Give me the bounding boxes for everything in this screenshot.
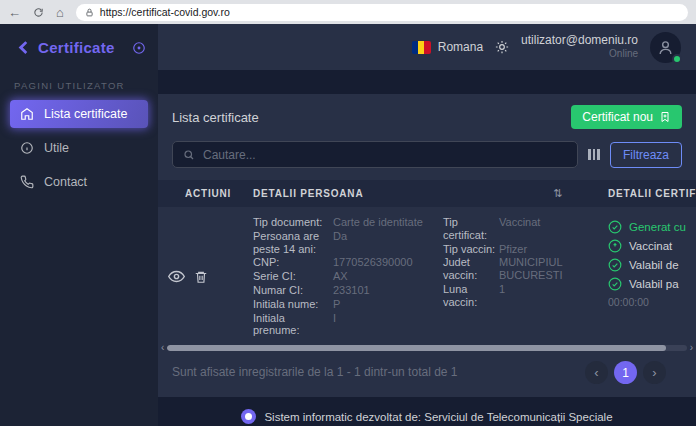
detail-label: Tip document: bbox=[253, 216, 333, 229]
menu-toggle-icon[interactable] bbox=[132, 41, 146, 55]
detail-value: P bbox=[333, 298, 425, 311]
brand[interactable]: Certificate bbox=[0, 24, 158, 66]
brand-logo-icon bbox=[14, 39, 31, 56]
romania-flag-icon bbox=[412, 41, 431, 54]
filter-button[interactable]: Filtreaza bbox=[610, 142, 682, 168]
status-item: Valabil pa bbox=[608, 274, 696, 293]
footer-text: Sistem informatic dezvoltat de: Serviciu… bbox=[264, 411, 612, 423]
screen: ← ⌂ https://certificat-covid.gov.ro Cert… bbox=[0, 0, 696, 426]
detail-label: Serie CI: bbox=[253, 270, 333, 283]
detail-label: Tip vaccin: bbox=[443, 243, 499, 256]
online-status-dot bbox=[672, 54, 682, 64]
page-footer: Sistem informatic dezvoltat de: Serviciu… bbox=[158, 409, 696, 424]
check-circle-icon bbox=[608, 258, 622, 272]
bookmark-plus-icon bbox=[659, 111, 671, 123]
new-certificate-button[interactable]: Certificat nou bbox=[571, 105, 682, 129]
avatar[interactable] bbox=[650, 32, 681, 63]
pagination-page-1[interactable]: 1 bbox=[614, 361, 637, 384]
status-label: Valabil de bbox=[629, 259, 679, 271]
status-item: Valabil de bbox=[608, 255, 696, 274]
detail-label: Numar CI: bbox=[253, 284, 333, 297]
check-circle-icon bbox=[608, 277, 622, 291]
certificat-details: Tip certificat: Vaccinat Tip vaccin: Pfi… bbox=[443, 216, 608, 337]
detail-label: CNP: bbox=[253, 256, 333, 269]
info-icon bbox=[20, 141, 34, 155]
detail-value: Pfizer bbox=[499, 243, 599, 256]
detail-label: Persoana are peste 14 ani: bbox=[253, 230, 333, 256]
detail-label: Tip certificat: bbox=[443, 216, 499, 242]
detail-label: Judet vaccin: bbox=[443, 256, 499, 282]
sidebar-item-label: Lista certificate bbox=[44, 107, 127, 121]
view-icon[interactable] bbox=[168, 268, 185, 285]
detail-value: I bbox=[333, 312, 425, 338]
scrollbar-track[interactable] bbox=[167, 345, 686, 351]
lock-icon bbox=[85, 8, 94, 17]
status-item: Generat cu bbox=[608, 217, 696, 236]
sidebar-section-label: PAGINI UTILIZATOR bbox=[14, 80, 144, 91]
phone-icon bbox=[20, 175, 34, 189]
detail-value: Vaccinat bbox=[499, 216, 599, 242]
header-detalii-persoana: DETALII PERSOANA bbox=[253, 188, 363, 199]
language-label: Romana bbox=[438, 40, 483, 54]
header-actiuni: ACTIUNI bbox=[158, 188, 253, 199]
detail-value: Da bbox=[333, 230, 425, 256]
pagination: ‹ 1 › bbox=[585, 361, 666, 384]
scroll-left-icon[interactable]: ‹ bbox=[161, 343, 164, 353]
sort-icon[interactable]: ⇅ bbox=[553, 187, 563, 200]
status-column: Generat cu Vaccinat bbox=[608, 216, 696, 337]
status-label: Generat cu bbox=[629, 221, 686, 233]
status-label: Vaccinat bbox=[629, 240, 672, 252]
search-box bbox=[172, 141, 578, 168]
sidebar-item-label: Contact bbox=[44, 175, 87, 189]
brand-name: Certificate bbox=[38, 39, 125, 56]
back-icon[interactable]: ← bbox=[8, 6, 21, 19]
detail-label: Luna vaccin: bbox=[443, 283, 499, 309]
table-row: Tip document: Carte de identitate Persoa… bbox=[158, 207, 696, 343]
browser-chrome: ← ⌂ https://certificat-covid.gov.ro bbox=[0, 0, 696, 24]
pagination-next-button[interactable]: › bbox=[643, 361, 666, 384]
detail-value: 1770526390000 bbox=[333, 256, 425, 269]
url-text: https://certificat-covid.gov.ro bbox=[100, 6, 230, 18]
sts-logo-icon bbox=[241, 409, 256, 424]
address-bar[interactable]: https://certificat-covid.gov.ro bbox=[76, 4, 688, 21]
results-summary: Sunt afisate inregistrarile de la 1 - 1 … bbox=[172, 365, 458, 381]
card-title: Lista certificate bbox=[172, 110, 259, 125]
header-detalii-certificat: DETALII CERTIFI bbox=[608, 188, 696, 199]
delete-icon[interactable] bbox=[194, 270, 208, 284]
theme-toggle-sun-icon[interactable] bbox=[495, 40, 509, 54]
certificates-card: Lista certificate Certificat nou bbox=[158, 94, 696, 397]
new-certificate-label: Certificat nou bbox=[582, 110, 653, 124]
main-content: Romana utilizator@domeniu.ro Online bbox=[158, 24, 696, 426]
detail-value: MUNICIPIUL BUCURESTI bbox=[499, 256, 599, 282]
scroll-right-icon[interactable]: › bbox=[690, 343, 693, 353]
home-icon bbox=[20, 107, 34, 121]
status-item: Vaccinat bbox=[608, 236, 696, 255]
sidebar-item-lista-certificate[interactable]: Lista certificate bbox=[10, 100, 148, 128]
detail-label: Initiala nume: bbox=[253, 298, 333, 311]
check-circle-icon bbox=[608, 239, 622, 253]
scrollbar-thumb[interactable] bbox=[167, 345, 666, 351]
pagination-prev-button[interactable]: ‹ bbox=[585, 361, 608, 384]
status-label: Valabil pa bbox=[629, 278, 679, 290]
reload-icon[interactable] bbox=[33, 7, 44, 18]
user-status: Online bbox=[521, 48, 638, 61]
user-menu[interactable]: utilizator@domeniu.ro Online bbox=[521, 33, 638, 61]
search-icon bbox=[183, 149, 195, 161]
language-selector[interactable]: Romana bbox=[412, 40, 483, 54]
countdown-timer: 00:00:00 bbox=[608, 296, 696, 308]
sidebar-item-label: Utile bbox=[44, 141, 69, 155]
sidebar-item-contact[interactable]: Contact bbox=[10, 168, 148, 196]
detail-value: 233101 bbox=[333, 284, 425, 297]
sidebar-item-utile[interactable]: Utile bbox=[10, 134, 148, 162]
table-header: ACTIUNI DETALII PERSOANA ⇅ DETALII CERTI… bbox=[158, 180, 696, 207]
detail-value: Carte de identitate bbox=[333, 216, 425, 229]
user-email: utilizator@domeniu.ro bbox=[521, 33, 638, 48]
detail-value: 1 bbox=[499, 283, 599, 309]
sidebar: Certificate PAGINI UTILIZATOR Lista cert… bbox=[0, 24, 158, 426]
detail-value: AX bbox=[333, 270, 425, 283]
horizontal-scrollbar[interactable]: ‹ › bbox=[158, 343, 696, 353]
column-visibility-icon[interactable] bbox=[588, 149, 600, 160]
search-input[interactable] bbox=[203, 148, 567, 162]
persoana-details: Tip document: Carte de identitate Persoa… bbox=[253, 216, 443, 337]
home-icon[interactable]: ⌂ bbox=[56, 6, 64, 19]
